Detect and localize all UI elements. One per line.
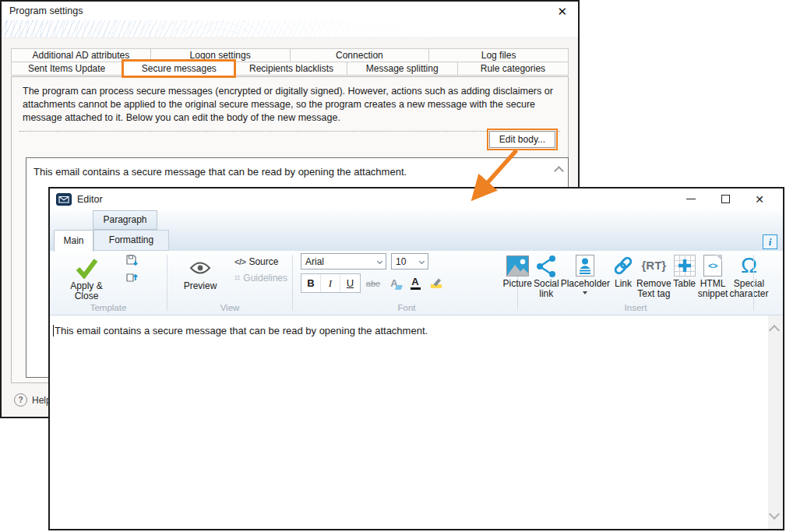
font-size-value: 10 (396, 256, 420, 267)
bold-button[interactable]: B (301, 274, 321, 292)
table-button[interactable]: Table (673, 251, 696, 289)
close-icon[interactable]: ✕ (554, 4, 570, 19)
picture-icon (506, 252, 530, 279)
preview-label: Preview (184, 281, 217, 291)
info-button[interactable]: i (763, 234, 777, 249)
ribbon-group-template: Apply & Close (50, 251, 167, 315)
chevron-down-icon (419, 259, 425, 264)
link-button[interactable]: Link (612, 251, 635, 289)
editor-body[interactable]: This email contains a secure message tha… (50, 315, 783, 529)
tab-secure-messages[interactable]: Secure messages (122, 59, 236, 78)
eraser-icon (395, 285, 403, 290)
help-icon: ? (14, 393, 27, 407)
table-icon (673, 252, 696, 279)
scroll-down-icon[interactable] (769, 509, 780, 520)
rt-tag-icon: {RT} (642, 252, 667, 279)
underline-button[interactable]: U (340, 274, 360, 292)
maximize-icon[interactable] (708, 191, 742, 208)
social-link-label: Social link (534, 279, 559, 299)
social-link-button[interactable]: Social link (534, 251, 559, 299)
editor-window: Editor ✕ Paragraph Main Formatting i (48, 187, 784, 530)
screen: Program settings ✕ Additional AD attribu… (0, 0, 786, 532)
edit-body-button[interactable]: Edit body... (489, 131, 555, 148)
editor-scrollbar[interactable] (768, 315, 783, 529)
preview-button[interactable]: Preview (178, 253, 222, 291)
font-size-combo[interactable]: 10 (391, 253, 428, 270)
tab-recipients-blacklists[interactable]: Recipients blacklists (235, 62, 347, 76)
share-icon (535, 252, 557, 279)
html-snippet-button[interactable]: <> HTML snippet (698, 251, 728, 299)
ribbon-separator (753, 255, 754, 311)
font-color-button[interactable]: A (407, 274, 424, 292)
message-body-preview-text: This email contains a secure message tha… (33, 166, 407, 178)
load-template-icon[interactable] (125, 270, 139, 284)
dotted-separator (19, 131, 560, 132)
ribbon-tab-strip: Paragraph Main Formatting i (50, 210, 783, 251)
editor-body-text: This email contains a secure message tha… (55, 325, 428, 336)
guidelines-label: Guidelines (243, 273, 287, 284)
tab-message-splitting[interactable]: Message splitting (347, 62, 458, 76)
strikethrough-button[interactable]: abe (365, 274, 382, 292)
special-character-label: Special character (729, 279, 768, 299)
highlight-color-button[interactable] (428, 274, 445, 292)
secure-messages-description: The program can process secure messages … (23, 85, 557, 124)
text-cursor (53, 325, 54, 336)
ribbon-group-view: Preview </> Source ⌗ Guidelines View (167, 251, 292, 315)
editor-titlebar: Editor ✕ (50, 188, 783, 210)
settings-tab-row-2: Sent Items Update Secure messages Recipi… (11, 62, 569, 78)
html-snippet-label: HTML snippet (698, 279, 728, 299)
template-group-label: Template (50, 303, 167, 315)
font-group-label: Font (301, 303, 513, 315)
link-chain-icon (612, 252, 635, 279)
tab-sent-items-update[interactable]: Sent Items Update (11, 62, 122, 76)
picture-button[interactable]: Picture (503, 251, 532, 289)
picture-label: Picture (503, 279, 532, 289)
remove-text-tag-label: Remove Text tag (636, 279, 671, 299)
apply-close-button[interactable]: Apply & Close (61, 253, 112, 301)
tab-log-files[interactable]: Log files (428, 48, 569, 62)
font-color-bar (411, 287, 421, 290)
remove-text-tag-button[interactable]: {RT} Remove Text tag (636, 251, 671, 299)
html-snippet-icon: <> (703, 252, 722, 279)
placeholder-label: Placeholder (561, 279, 610, 289)
guidelines-button[interactable]: ⌗ Guidelines (234, 272, 287, 284)
scroll-up-icon[interactable] (554, 166, 564, 176)
table-label: Table (673, 279, 696, 289)
program-settings-title: Program settings (9, 5, 83, 16)
close-icon[interactable]: ✕ (742, 191, 777, 208)
apply-close-label: Apply & Close (61, 281, 112, 301)
tab-formatting[interactable]: Formatting (93, 230, 169, 251)
tab-rule-categories[interactable]: Rule categories (457, 62, 569, 76)
editor-app-icon (56, 193, 72, 206)
special-character-button[interactable]: Ω Special character (729, 251, 768, 299)
tab-paragraph[interactable]: Paragraph (93, 210, 157, 230)
minimize-icon[interactable] (674, 191, 708, 208)
scroll-up-icon[interactable] (769, 325, 780, 336)
ribbon-group-insert: Picture (518, 251, 753, 315)
font-name-combo[interactable]: Arial (301, 253, 386, 270)
view-group-label: View (167, 303, 292, 315)
eye-icon (189, 255, 211, 281)
insert-group-label: Insert (520, 303, 752, 315)
save-template-icon[interactable] (125, 254, 139, 267)
ribbon: Apply & Close (50, 251, 783, 315)
help-button[interactable]: ? Help (14, 393, 51, 407)
ribbon-group-font: Arial 10 B I U (293, 251, 517, 315)
apply-close-check-icon (75, 255, 98, 281)
italic-button[interactable]: I (321, 274, 340, 292)
clear-formatting-button[interactable]: A (386, 274, 403, 292)
program-settings-titlebar: Program settings ✕ (2, 2, 578, 20)
dropdown-caret-icon (583, 291, 587, 294)
source-button[interactable]: </> Source (234, 256, 287, 267)
placeholder-button[interactable]: Placeholder (561, 251, 610, 294)
settings-tab-row-1: Additional AD attributes Logon settings … (11, 49, 569, 62)
edit-body-highlight: Edit body... (487, 129, 558, 150)
bold-italic-underline-group: B I U (301, 273, 361, 293)
tab-main[interactable]: Main (54, 230, 93, 252)
link-label: Link (615, 279, 632, 289)
tab-connection[interactable]: Connection (290, 48, 430, 62)
font-name-value: Arial (305, 256, 378, 267)
window-controls: ✕ (674, 191, 777, 208)
decorative-header-pattern (2, 20, 578, 38)
chevron-down-icon (377, 259, 382, 264)
